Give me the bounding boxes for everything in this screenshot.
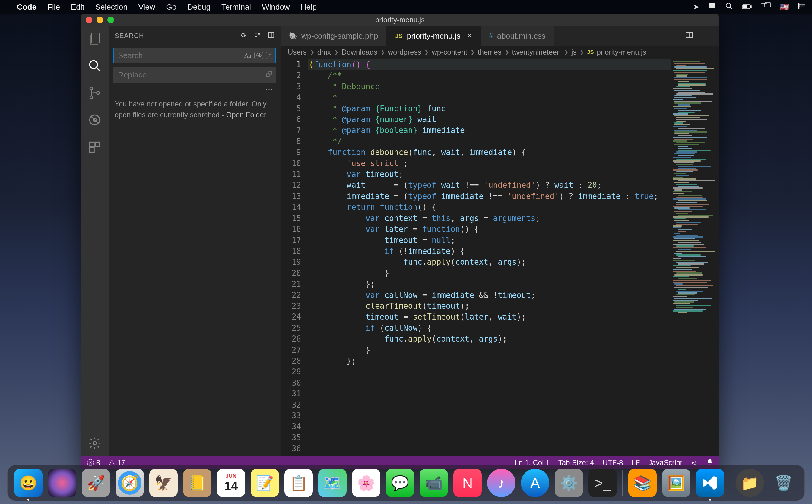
- breadcrumb-item[interactable]: js: [571, 48, 577, 56]
- breadcrumb-item[interactable]: Downloads: [341, 48, 377, 56]
- menubar-app-name[interactable]: Code: [17, 2, 36, 12]
- more-actions-icon[interactable]: ⋯: [703, 31, 711, 41]
- breadcrumb-item[interactable]: priority-menu.js: [597, 48, 646, 56]
- toggle-search-details[interactable]: ⋯: [109, 84, 280, 94]
- dock-launchpad-icon[interactable]: 🚀: [82, 469, 110, 497]
- tab-priority-menu[interactable]: JS priority-menu.js ✕: [387, 26, 481, 46]
- menu-help[interactable]: Help: [301, 2, 317, 12]
- dock-itunes-icon[interactable]: ♪: [487, 469, 516, 497]
- breadcrumbs[interactable]: Users❯ dmx❯ Downloads❯ wordpress❯ wp-con…: [280, 46, 719, 58]
- menu-go[interactable]: Go: [166, 2, 177, 12]
- dock-terminal-icon[interactable]: >_: [589, 469, 617, 497]
- replace-all-icon[interactable]: [266, 71, 272, 79]
- dock-news-icon[interactable]: N: [454, 469, 482, 497]
- menu-debug[interactable]: Debug: [187, 2, 210, 12]
- sidebar-title: SEARCH: [115, 32, 144, 40]
- menu-selection[interactable]: Selection: [95, 2, 128, 12]
- source-control-icon[interactable]: [87, 86, 102, 100]
- close-window-button[interactable]: [86, 17, 92, 23]
- tab-about-css[interactable]: # about.min.css: [481, 26, 555, 46]
- menu-view[interactable]: View: [138, 2, 155, 12]
- dock-syspref-icon[interactable]: ⚙️: [555, 469, 583, 497]
- dock-vscode-icon[interactable]: [696, 469, 724, 497]
- dock-calendar-icon[interactable]: JUN 14: [217, 469, 245, 497]
- refresh-icon[interactable]: ⟳: [241, 32, 247, 40]
- svg-rect-21: [90, 142, 94, 147]
- spotlight-icon[interactable]: [725, 2, 733, 12]
- search-icon[interactable]: [87, 58, 102, 73]
- editor-content[interactable]: 1234567891011121314151617181920212223242…: [280, 58, 719, 456]
- svg-point-16: [90, 87, 93, 90]
- code-editor[interactable]: (function() { /** * Debounce * * @param …: [308, 58, 671, 456]
- window-titlebar[interactable]: priority-menu.js: [81, 14, 719, 26]
- breadcrumb-item[interactable]: wp-content: [432, 48, 467, 56]
- settings-icon[interactable]: [87, 436, 102, 450]
- menu-edit[interactable]: Edit: [71, 2, 84, 12]
- clear-icon[interactable]: [254, 32, 261, 40]
- dock-safari-icon[interactable]: 🧭: [115, 469, 144, 497]
- breadcrumb-item[interactable]: twentynineteen: [512, 48, 561, 56]
- calendar-day: 14: [224, 479, 238, 493]
- line-number-gutter: 1234567891011121314151617181920212223242…: [280, 58, 308, 456]
- dock-maps-icon[interactable]: 🗺️: [318, 469, 346, 497]
- svg-rect-13: [91, 33, 99, 43]
- displays-icon[interactable]: [761, 2, 771, 11]
- dock-siri-icon[interactable]: [48, 469, 76, 497]
- regex-icon[interactable]: .*: [266, 52, 272, 59]
- dock-finder-icon[interactable]: 😀: [14, 469, 43, 497]
- cursor-icon[interactable]: ➤: [693, 3, 699, 11]
- dock-trash-icon[interactable]: 🗑️: [769, 469, 798, 497]
- svg-point-10: [798, 4, 799, 5]
- css-file-icon: #: [489, 32, 493, 40]
- breadcrumb-item[interactable]: themes: [478, 48, 502, 56]
- match-case-icon[interactable]: Aa: [244, 52, 251, 59]
- battery-icon[interactable]: [742, 3, 752, 11]
- chevron-right-icon: ❯: [505, 49, 509, 55]
- chevron-right-icon: ❯: [334, 49, 338, 55]
- dock-downloads-icon[interactable]: 📁: [736, 469, 764, 497]
- extensions-icon[interactable]: [87, 140, 102, 154]
- input-source-icon[interactable]: 🇺🇸: [780, 3, 789, 11]
- chevron-right-icon: ❯: [470, 49, 475, 55]
- dock-notes-icon[interactable]: 📝: [251, 469, 279, 497]
- window-title: priority-menu.js: [81, 16, 719, 24]
- dock-facetime-icon[interactable]: 📹: [420, 469, 448, 497]
- dock-separator: [622, 470, 623, 496]
- dock-messages-icon[interactable]: 💬: [386, 469, 414, 497]
- menu-list-icon[interactable]: [798, 2, 806, 12]
- breadcrumb-item[interactable]: wordpress: [388, 48, 422, 56]
- debug-icon[interactable]: [87, 113, 102, 127]
- dock-preview-icon[interactable]: 🖼️: [662, 469, 690, 497]
- tab-label: wp-config-sample.php: [301, 31, 378, 41]
- breadcrumb-item[interactable]: Users: [288, 48, 307, 56]
- split-editor-icon[interactable]: [685, 31, 693, 41]
- tab-wp-config[interactable]: 🐘 wp-config-sample.php: [280, 26, 387, 46]
- dock-reminders-icon[interactable]: 📋: [284, 469, 313, 497]
- dock-contacts-icon[interactable]: 📒: [183, 469, 211, 497]
- open-folder-link[interactable]: Open Folder: [226, 111, 266, 119]
- menu-file[interactable]: File: [47, 2, 60, 12]
- dock-photos-icon[interactable]: 🌸: [352, 469, 380, 497]
- dock-books-icon[interactable]: 📚: [628, 469, 657, 497]
- explorer-icon[interactable]: [87, 31, 102, 46]
- svg-point-14: [90, 61, 98, 69]
- menu-terminal[interactable]: Terminal: [221, 2, 251, 12]
- notifications-icon[interactable]: [708, 2, 716, 12]
- close-tab-icon[interactable]: ✕: [467, 32, 472, 40]
- svg-point-0: [726, 3, 731, 8]
- svg-point-18: [96, 91, 99, 94]
- collapse-icon[interactable]: [268, 32, 274, 40]
- replace-input[interactable]: [118, 70, 271, 80]
- macos-menubar: Code File Edit Selection View Go Debug T…: [0, 0, 812, 14]
- whole-word-icon[interactable]: Ab: [254, 52, 263, 59]
- dock-appstore-icon[interactable]: A: [521, 469, 549, 497]
- minimize-window-button[interactable]: [96, 17, 103, 23]
- vscode-window: priority-menu.js: [81, 14, 719, 469]
- breadcrumb-item[interactable]: dmx: [317, 48, 331, 56]
- minimap[interactable]: [671, 58, 719, 456]
- menu-window[interactable]: Window: [262, 2, 289, 12]
- dock-mail-icon[interactable]: 🦅: [149, 469, 178, 497]
- fullscreen-window-button[interactable]: [107, 17, 114, 23]
- js-file-icon: JS: [587, 49, 594, 55]
- chevron-right-icon: ❯: [564, 49, 568, 55]
